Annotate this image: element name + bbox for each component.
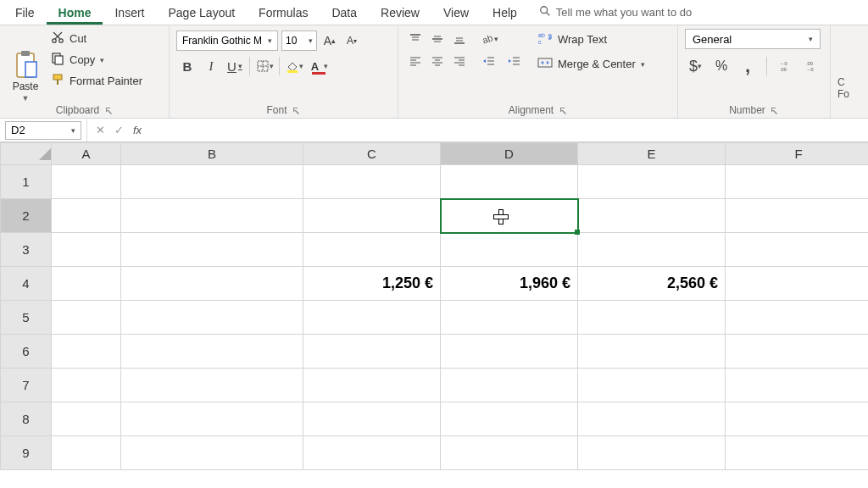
tell-me-search[interactable]: Tell me what you want to do	[539, 5, 692, 19]
formula-bar: D2 ▾ ✕ ✓ fx	[0, 119, 868, 142]
align-right-button[interactable]	[449, 51, 470, 71]
row-header-9[interactable]: 9	[1, 436, 52, 470]
cancel-formula-icon[interactable]: ✕	[92, 124, 108, 136]
paste-button[interactable]: Paste ▼	[7, 29, 44, 103]
col-header-D[interactable]: D	[441, 143, 578, 165]
cell-E2[interactable]	[578, 199, 726, 233]
accounting-format-button[interactable]: $▾	[685, 56, 706, 76]
tab-file[interactable]: File	[3, 1, 47, 25]
ribbon-tabs: File Home Insert Page Layout Formulas Da…	[0, 0, 868, 25]
row-header-2[interactable]: 2	[1, 199, 52, 233]
increase-decimal-button[interactable]: ←0.00	[776, 56, 797, 76]
align-middle-button[interactable]	[427, 29, 448, 49]
number-format-select[interactable]: General ▾	[685, 29, 821, 49]
cell-B2[interactable]: 1. Quarter	[121, 199, 303, 232]
group-number: General ▾ $▾ % , ←0.00 .00→0 Number	[678, 25, 831, 118]
group-number-label: Number	[729, 104, 765, 116]
cell-B5[interactable]: Comment 1:	[121, 301, 303, 334]
borders-button[interactable]: ▾	[253, 56, 275, 76]
dialog-launcher-icon[interactable]	[559, 106, 567, 114]
row-header-3[interactable]: 3	[1, 233, 52, 267]
decrease-font-button[interactable]: A▾	[342, 31, 361, 50]
align-bottom-button[interactable]	[449, 29, 470, 49]
cell-E3[interactable]: March	[578, 233, 725, 266]
decrease-decimal-button[interactable]: .00→0	[802, 56, 823, 76]
bold-button[interactable]: B	[176, 56, 198, 76]
cell-E6[interactable]	[578, 335, 726, 369]
tab-help[interactable]: Help	[481, 1, 529, 25]
row-header-5[interactable]: 5	[1, 301, 52, 335]
cell-B6[interactable]: Comment 2:	[121, 335, 303, 368]
select-all-corner[interactable]	[1, 143, 52, 165]
font-color-button[interactable]: A▾	[309, 56, 331, 76]
fx-icon[interactable]: fx	[130, 124, 145, 136]
font-name-select[interactable]: Franklin Gothic M ▾	[176, 30, 278, 51]
copy-button[interactable]: Copy ▾	[49, 50, 144, 69]
tab-insert[interactable]: Insert	[103, 1, 156, 25]
cell-C3[interactable]: January	[303, 233, 440, 266]
dialog-launcher-icon[interactable]	[104, 106, 113, 114]
row-header-6[interactable]: 6	[1, 335, 52, 369]
cell-D7[interactable]	[441, 369, 578, 402]
format-painter-label: Format Painter	[70, 75, 142, 87]
col-header-C[interactable]: C	[303, 143, 441, 165]
cell-C2[interactable]	[303, 199, 441, 233]
cell-D6[interactable]	[441, 335, 578, 369]
cell-C7[interactable]	[303, 369, 441, 402]
align-center-button[interactable]	[427, 51, 448, 71]
col-header-F[interactable]: F	[726, 143, 869, 165]
orientation-button[interactable]: ab▾	[478, 29, 500, 49]
decrease-indent-button[interactable]	[478, 51, 500, 71]
col-header-E[interactable]: E	[578, 143, 726, 165]
number-format-value: General	[693, 33, 732, 46]
clipboard-icon	[14, 50, 37, 79]
col-header-B[interactable]: B	[121, 143, 303, 165]
align-top-button[interactable]	[405, 29, 426, 49]
name-box[interactable]: D2 ▾	[5, 121, 81, 140]
merge-center-button[interactable]: Merge & Center ▾	[534, 53, 648, 75]
percent-format-button[interactable]: %	[711, 56, 732, 76]
cell-C5[interactable]	[303, 301, 441, 335]
wrap-text-button[interactable]: abc Wrap Text	[534, 29, 648, 50]
tab-view[interactable]: View	[431, 1, 481, 25]
row-header-1[interactable]: 1	[1, 165, 52, 199]
increase-font-button[interactable]: A▴	[320, 31, 339, 50]
cell-E7[interactable]	[578, 369, 726, 402]
cell-D3[interactable]: February	[441, 233, 577, 266]
increase-indent-button[interactable]	[504, 51, 526, 71]
tab-data[interactable]: Data	[320, 1, 369, 25]
col-header-A[interactable]: A	[52, 143, 121, 165]
dialog-launcher-icon[interactable]	[292, 106, 301, 114]
fill-color-button[interactable]: ▾	[283, 56, 305, 76]
cell-D2[interactable]	[441, 199, 578, 233]
format-painter-button[interactable]: Format Painter	[49, 71, 144, 91]
cell-E4[interactable]: 2,560 €	[578, 267, 725, 300]
svg-point-6	[59, 39, 63, 42]
tab-page-layout[interactable]: Page Layout	[156, 1, 247, 25]
comma-format-button[interactable]: ,	[737, 56, 759, 76]
cell-B7[interactable]: Comment 3:	[121, 369, 303, 402]
cell-E5[interactable]	[578, 301, 726, 335]
cut-button[interactable]: Cut	[49, 29, 144, 48]
cell-C6[interactable]	[303, 335, 441, 369]
row-header-7[interactable]: 7	[1, 369, 52, 402]
tab-formulas[interactable]: Formulas	[247, 1, 320, 25]
align-left-button[interactable]	[405, 51, 426, 71]
cell-B3[interactable]	[121, 233, 303, 267]
cell-C4[interactable]: 1,250 €	[303, 267, 440, 300]
font-size-select[interactable]: 10 ▾	[281, 30, 317, 51]
cell-B4[interactable]: Profit:	[121, 267, 303, 300]
cell-D4[interactable]: 1,960 €	[441, 267, 577, 300]
enter-formula-icon[interactable]: ✓	[111, 124, 126, 136]
tab-home[interactable]: Home	[47, 1, 103, 25]
merge-icon	[537, 55, 553, 73]
cell-D5[interactable]	[441, 301, 578, 335]
underline-button[interactable]: U▾	[224, 56, 246, 76]
formula-input[interactable]	[150, 119, 868, 141]
tab-review[interactable]: Review	[369, 1, 431, 25]
italic-button[interactable]: I	[200, 56, 222, 76]
row-header-8[interactable]: 8	[1, 402, 52, 436]
dialog-launcher-icon[interactable]	[771, 106, 779, 114]
row-header-4[interactable]: 4	[1, 267, 52, 301]
spreadsheet-grid[interactable]: A B C D E F 1 2 1. Quarter 3 January Feb…	[0, 142, 868, 470]
